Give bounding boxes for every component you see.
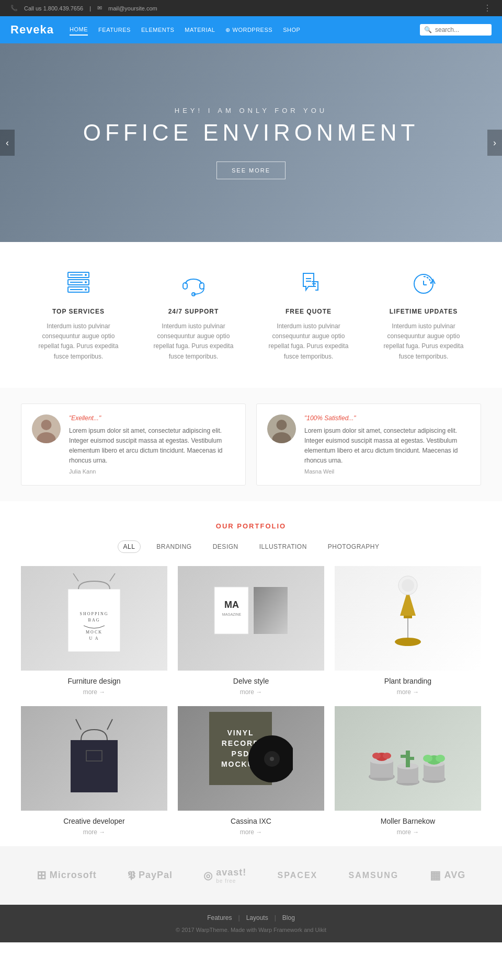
- site-logo[interactable]: Reveka: [10, 23, 54, 37]
- hero-next-button[interactable]: ›: [487, 130, 502, 156]
- svg-point-60: [383, 753, 391, 759]
- testimonial-card-2: "100% Satisfied..." Lorem ipsum dolor si…: [256, 403, 481, 486]
- svg-text:BAG: BAG: [88, 618, 100, 622]
- feature-item-quote: FREE QUOTE Interdum iusto pulvinar conse…: [261, 268, 356, 362]
- avg-icon: ▦: [430, 869, 441, 882]
- testimonial-quote-1: "Exellent...": [69, 414, 235, 422]
- avg-label: AVG: [444, 870, 466, 881]
- avast-label: avast!: [216, 867, 246, 878]
- search-input[interactable]: [435, 26, 487, 33]
- nav-link-material[interactable]: MATERIAL: [185, 25, 215, 35]
- portfolio-item-more-2[interactable]: more →: [178, 688, 324, 696]
- separator: |: [89, 5, 91, 11]
- testimonials-section: "Exellent..." Lorem ipsum dolor sit amet…: [0, 388, 502, 501]
- brands-section: ⊞ Microsoft 𝕻 PayPal ◎ avast! be free SP…: [0, 846, 502, 905]
- feature-item-updates: LIFETIME UPDATES Interdum iusto pulvinar…: [376, 268, 471, 362]
- feature-quote-title: FREE QUOTE: [261, 308, 356, 315]
- svg-rect-66: [408, 757, 414, 760]
- portfolio-item-5: VINYL RECORD PSD MOCKUP Cassina IXC more…: [178, 706, 324, 836]
- phone-number: Call us 1.800.439.7656: [24, 5, 83, 11]
- portfolio-img-4[interactable]: [21, 706, 167, 811]
- footer-link-layouts[interactable]: Layouts: [240, 914, 275, 921]
- search-box: 🔍: [420, 24, 492, 36]
- feature-support-desc: Interdum iusto pulvinar consequuntur aug…: [146, 321, 241, 362]
- filter-branding[interactable]: BRANDING: [151, 541, 197, 552]
- nav-link-elements[interactable]: ELEMENTS: [141, 25, 174, 35]
- nav-link-features[interactable]: FEATURES: [98, 25, 131, 35]
- svg-line-45: [107, 719, 112, 730]
- feature-quote-desc: Interdum iusto pulvinar consequuntur aug…: [261, 321, 356, 362]
- svg-line-44: [76, 719, 81, 730]
- svg-text:SHOPPING: SHOPPING: [79, 612, 108, 616]
- svg-rect-9: [183, 283, 187, 289]
- headset-icon: [178, 268, 209, 299]
- portfolio-img-1[interactable]: SHOPPING BAG MOCK U A: [21, 566, 167, 671]
- avast-slogan: be free: [216, 878, 246, 884]
- portfolio-item-name-4: Creative developer: [21, 817, 167, 825]
- filter-photography[interactable]: PHOTOGRAPHY: [323, 541, 385, 552]
- portfolio-item-more-4[interactable]: more →: [21, 828, 167, 836]
- feature-item-services: TOP SERVICES Interdum iusto pulvinar con…: [31, 268, 126, 362]
- nav-link-shop[interactable]: SHOP: [283, 25, 300, 35]
- top-bar: 📞 Call us 1.800.439.7656 | ✉ mail@yoursi…: [0, 0, 502, 16]
- svg-point-59: [372, 753, 381, 759]
- testimonial-avatar-1: [32, 414, 61, 443]
- portfolio-img-6[interactable]: [335, 706, 481, 811]
- svg-text:PSD: PSD: [232, 750, 250, 758]
- footer-link-features[interactable]: Features: [201, 914, 238, 921]
- svg-point-3: [85, 274, 87, 276]
- svg-point-71: [423, 755, 432, 762]
- wordpress-icon: ⊕: [225, 27, 231, 33]
- hero-prev-button[interactable]: ‹: [0, 130, 15, 156]
- filter-all[interactable]: ALL: [118, 540, 141, 553]
- hero-section: ‹ HEY! I AM ONLY FOR YOU OFFICE ENVIRONM…: [0, 43, 502, 242]
- more-options-icon[interactable]: ⋮: [483, 3, 492, 13]
- svg-line-27: [110, 573, 115, 581]
- feature-services-desc: Interdum iusto pulvinar consequuntur aug…: [31, 321, 126, 362]
- feature-services-title: TOP SERVICES: [31, 308, 126, 315]
- portfolio-item-6: Moller Barnekow more →: [335, 706, 481, 836]
- portfolio-item-more-3[interactable]: more →: [335, 688, 481, 696]
- portfolio-img-2[interactable]: MA MAGAZINE: [178, 566, 324, 671]
- svg-text:MAGAZINE: MAGAZINE: [222, 613, 242, 616]
- filter-illustration[interactable]: ILLUSTRATION: [254, 541, 312, 552]
- portfolio-item-more-6[interactable]: more →: [335, 828, 481, 836]
- svg-point-23: [277, 420, 287, 430]
- portfolio-img-3[interactable]: [335, 566, 481, 671]
- portfolio-item-more-5[interactable]: more →: [178, 828, 324, 836]
- portfolio-item-2: MA MAGAZINE Delve style more →: [178, 566, 324, 696]
- spacex-label: SPACEX: [278, 871, 318, 880]
- portfolio-img-5[interactable]: VINYL RECORD PSD MOCKUP: [178, 706, 324, 811]
- paypal-label: PayPal: [139, 870, 173, 881]
- svg-text:MA: MA: [224, 599, 239, 610]
- footer-links: Features | Layouts | Blog: [21, 914, 481, 921]
- portfolio-filters: ALL BRANDING DESIGN ILLUSTRATION PHOTOGR…: [21, 540, 481, 553]
- nav-link-home[interactable]: HOME: [70, 24, 88, 36]
- portfolio-item-more-1[interactable]: more →: [21, 688, 167, 696]
- feature-item-support: 24/7 SUPPORT Interdum iusto pulvinar con…: [146, 268, 241, 362]
- feature-updates-desc: Interdum iusto pulvinar consequuntur aug…: [376, 321, 471, 362]
- footer-link-blog[interactable]: Blog: [276, 914, 301, 921]
- hero-cta-button[interactable]: SEE MORE: [216, 162, 286, 179]
- testimonial-text-2: Lorem ipsum dolor sit amet, consectetur …: [304, 426, 470, 466]
- bag-mockup: SHOPPING BAG MOCK U A: [58, 573, 131, 663]
- svg-rect-32: [214, 587, 248, 634]
- svg-point-4: [85, 281, 87, 283]
- svg-point-20: [41, 420, 52, 430]
- portfolio-item-name-1: Furniture design: [21, 677, 167, 685]
- portfolio-section: OUR PORTFOLIO ALL BRANDING DESIGN ILLUST…: [0, 501, 502, 846]
- feature-updates-title: LIFETIME UPDATES: [376, 308, 471, 315]
- svg-point-54: [270, 757, 274, 761]
- samsung-label: SAMSUNG: [349, 871, 399, 880]
- avast-icon: ◎: [203, 869, 213, 882]
- portfolio-grid: SHOPPING BAG MOCK U A Furniture design m…: [21, 566, 481, 836]
- email-address: mail@yoursite.com: [108, 5, 157, 11]
- main-nav: Reveka HOME FEATURES ELEMENTS MATERIAL ⊕…: [0, 16, 502, 43]
- svg-rect-34: [254, 587, 288, 634]
- paypal-icon: 𝕻: [128, 869, 135, 881]
- nav-link-wordpress[interactable]: ⊕ WORDPRESS: [225, 25, 272, 36]
- microsoft-icon: ⊞: [37, 869, 47, 882]
- filter-design[interactable]: DESIGN: [208, 541, 244, 552]
- svg-rect-10: [200, 283, 204, 289]
- brand-avg: ▦ AVG: [430, 869, 466, 882]
